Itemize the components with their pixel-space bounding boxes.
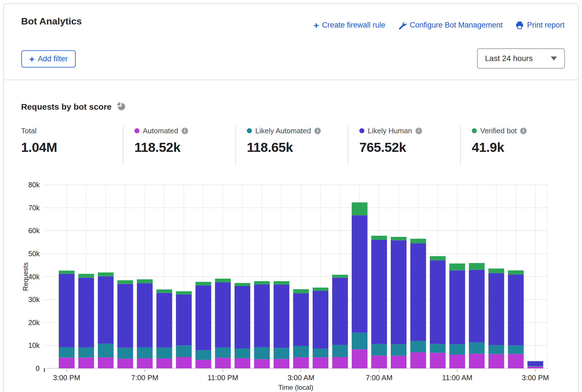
bar-segment-likely-human[interactable] bbox=[313, 291, 328, 349]
bar-segment-likely-human[interactable] bbox=[98, 276, 114, 344]
bar-segment-likely-automated[interactable] bbox=[176, 345, 192, 357]
bar-segment-automated[interactable] bbox=[59, 358, 75, 368]
bar-segment-automated[interactable] bbox=[176, 357, 192, 368]
bar-segment-automated[interactable] bbox=[254, 359, 270, 368]
bar-segment-likely-human[interactable] bbox=[274, 285, 289, 348]
bar-segment-automated[interactable] bbox=[78, 358, 94, 368]
bar-segment-automated[interactable] bbox=[371, 355, 387, 368]
info-icon[interactable]: i bbox=[520, 128, 527, 134]
bar-segment-verified-bot[interactable] bbox=[313, 288, 328, 291]
configure-bot-management-link[interactable]: Configure Bot Management bbox=[398, 21, 502, 30]
bar-segment-automated[interactable] bbox=[469, 354, 485, 368]
bar-segment-automated[interactable] bbox=[117, 359, 133, 368]
bar-segment-verified-bot[interactable] bbox=[488, 269, 504, 273]
info-icon[interactable]: i bbox=[182, 128, 188, 134]
bar-segment-likely-automated[interactable] bbox=[508, 345, 524, 354]
bar-segment-verified-bot[interactable] bbox=[508, 270, 524, 274]
bar-segment-likely-automated[interactable] bbox=[254, 347, 270, 359]
bar-segment-likely-human[interactable] bbox=[137, 283, 153, 347]
bar-segment-likely-human[interactable] bbox=[449, 270, 465, 344]
bar-segment-likely-human[interactable] bbox=[371, 240, 387, 344]
bar-segment-likely-human[interactable] bbox=[215, 282, 231, 348]
bar-segment-likely-human[interactable] bbox=[352, 215, 367, 333]
bar-segment-likely-automated[interactable] bbox=[313, 349, 328, 357]
bar-segment-verified-bot[interactable] bbox=[274, 281, 289, 285]
bar-segment-likely-automated[interactable] bbox=[332, 345, 348, 357]
bar-segment-verified-bot[interactable] bbox=[215, 279, 231, 282]
bar-segment-verified-bot[interactable] bbox=[469, 263, 485, 270]
bar-segment-verified-bot[interactable] bbox=[293, 289, 309, 293]
bar-segment-likely-human[interactable] bbox=[469, 270, 485, 343]
bar-segment-verified-bot[interactable] bbox=[254, 281, 270, 284]
bar-segment-likely-automated[interactable] bbox=[156, 348, 172, 359]
info-icon[interactable]: i bbox=[314, 128, 321, 134]
bar-segment-likely-automated[interactable] bbox=[469, 343, 485, 354]
bar-segment-verified-bot[interactable] bbox=[371, 236, 387, 240]
bar-segment-likely-automated[interactable] bbox=[215, 348, 231, 358]
bar-segment-likely-human[interactable] bbox=[117, 284, 133, 348]
bar-segment-verified-bot[interactable] bbox=[332, 275, 348, 278]
bar-segment-automated[interactable] bbox=[488, 354, 504, 368]
bar-segment-automated[interactable] bbox=[449, 355, 465, 368]
bar-segment-verified-bot[interactable] bbox=[117, 280, 133, 284]
bar-segment-automated[interactable] bbox=[98, 357, 114, 368]
bar-segment-likely-automated[interactable] bbox=[293, 346, 309, 357]
bar-segment-likely-automated[interactable] bbox=[352, 333, 367, 349]
bar-segment-likely-automated[interactable] bbox=[449, 344, 465, 355]
create-firewall-rule-link[interactable]: + Create firewall rule bbox=[313, 21, 385, 30]
bar-segment-verified-bot[interactable] bbox=[137, 279, 153, 283]
bar-segment-likely-automated[interactable] bbox=[117, 348, 133, 359]
bar-segment-automated[interactable] bbox=[215, 358, 231, 368]
bar-segment-automated[interactable] bbox=[195, 360, 211, 368]
bar-segment-likely-human[interactable] bbox=[59, 274, 75, 347]
bar-segment-likely-human[interactable] bbox=[234, 286, 250, 348]
bar-segment-automated[interactable] bbox=[508, 354, 524, 368]
bar-segment-likely-human[interactable] bbox=[78, 278, 94, 348]
time-range-dropdown[interactable]: Last 24 hours bbox=[477, 48, 565, 69]
bar-segment-verified-bot[interactable] bbox=[430, 256, 446, 260]
bar-segment-verified-bot[interactable] bbox=[156, 289, 172, 293]
bar-segment-likely-automated[interactable] bbox=[59, 347, 75, 358]
bar-segment-automated[interactable] bbox=[293, 357, 309, 368]
bar-segment-automated[interactable] bbox=[332, 357, 348, 368]
bar-segment-automated[interactable] bbox=[234, 358, 250, 368]
bar-segment-likely-automated[interactable] bbox=[410, 341, 426, 352]
bar-segment-likely-human[interactable] bbox=[430, 260, 446, 344]
bar-segment-likely-automated[interactable] bbox=[234, 348, 250, 358]
bar-segment-verified-bot[interactable] bbox=[352, 202, 367, 215]
bar-segment-verified-bot[interactable] bbox=[410, 239, 426, 243]
bar-segment-likely-human[interactable] bbox=[527, 361, 543, 366]
bar-segment-likely-automated[interactable] bbox=[78, 348, 94, 358]
bar-segment-automated[interactable] bbox=[274, 359, 289, 368]
bar-segment-likely-human[interactable] bbox=[176, 294, 192, 345]
bar-segment-verified-bot[interactable] bbox=[449, 263, 465, 270]
bar-segment-verified-bot[interactable] bbox=[391, 237, 407, 240]
bar-segment-verified-bot[interactable] bbox=[176, 291, 192, 294]
bar-segment-likely-human[interactable] bbox=[156, 293, 172, 347]
bar-segment-likely-human[interactable] bbox=[332, 278, 348, 345]
bar-segment-automated[interactable] bbox=[527, 366, 543, 368]
bar-segment-likely-automated[interactable] bbox=[527, 366, 543, 366]
bar-segment-likely-automated[interactable] bbox=[98, 344, 114, 357]
bar-segment-verified-bot[interactable] bbox=[59, 271, 75, 274]
bar-segment-automated[interactable] bbox=[352, 349, 367, 368]
bar-segment-likely-human[interactable] bbox=[391, 240, 407, 344]
bar-segment-likely-human[interactable] bbox=[195, 285, 211, 350]
bar-segment-automated[interactable] bbox=[391, 356, 407, 368]
bar-segment-automated[interactable] bbox=[410, 352, 426, 368]
bar-segment-likely-automated[interactable] bbox=[391, 344, 407, 356]
bar-segment-likely-human[interactable] bbox=[410, 243, 426, 341]
info-icon[interactable]: i bbox=[416, 128, 422, 134]
bar-segment-automated[interactable] bbox=[430, 353, 446, 368]
add-filter-button[interactable]: + Add filter bbox=[21, 50, 76, 67]
bar-segment-likely-automated[interactable] bbox=[137, 347, 153, 358]
bar-segment-likely-automated[interactable] bbox=[488, 345, 504, 354]
bar-segment-likely-automated[interactable] bbox=[274, 348, 289, 359]
bar-segment-automated[interactable] bbox=[313, 357, 328, 368]
bar-segment-verified-bot[interactable] bbox=[234, 283, 250, 286]
bar-segment-verified-bot[interactable] bbox=[195, 282, 211, 285]
bar-segment-likely-automated[interactable] bbox=[430, 344, 446, 353]
bar-segment-likely-human[interactable] bbox=[293, 293, 309, 346]
bar-segment-likely-automated[interactable] bbox=[195, 350, 211, 360]
bar-segment-likely-automated[interactable] bbox=[371, 344, 387, 355]
